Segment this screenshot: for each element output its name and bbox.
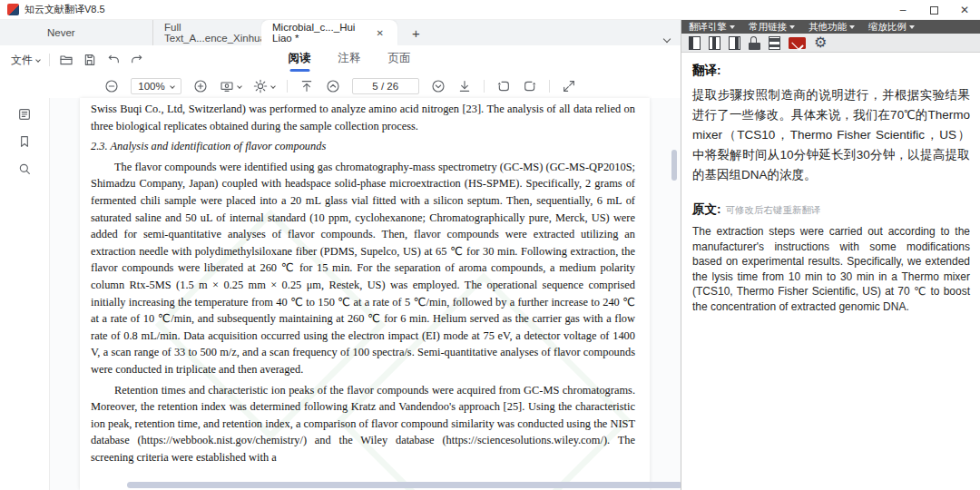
tab-page[interactable]: 页面 bbox=[388, 51, 411, 70]
page-total: 26 bbox=[387, 81, 398, 92]
redo-icon[interactable] bbox=[130, 53, 144, 67]
zoom-level-value: 100% bbox=[138, 81, 164, 92]
chevron-down-icon bbox=[270, 83, 276, 89]
maximize-button[interactable] bbox=[918, 0, 949, 20]
divider bbox=[549, 80, 550, 93]
next-page-icon[interactable] bbox=[431, 79, 446, 93]
new-tab-button[interactable]: + bbox=[407, 25, 426, 41]
tab-never[interactable]: Never bbox=[36, 20, 152, 45]
bookmark-icon[interactable] bbox=[17, 134, 32, 149]
caret-down-icon bbox=[730, 25, 735, 29]
zoom-level-select[interactable]: 100% bbox=[131, 78, 181, 94]
chevron-down-icon bbox=[170, 83, 175, 89]
paragraph[interactable]: Retention times and characteristic ion p… bbox=[91, 382, 635, 466]
divider bbox=[49, 54, 50, 66]
previous-page-icon[interactable] bbox=[326, 79, 340, 93]
zoom-out-icon[interactable] bbox=[104, 79, 119, 93]
panel-menubar: 翻译引擎 常用链接 其他功能 缩放比例 bbox=[681, 20, 980, 34]
divider bbox=[287, 80, 288, 93]
layout-middle-icon[interactable] bbox=[709, 36, 720, 50]
tab-strip: Never Full Text_A...ence_Xinhua Microbia… bbox=[0, 20, 681, 45]
layout-right-icon[interactable] bbox=[729, 36, 740, 50]
open-folder-icon[interactable] bbox=[59, 53, 74, 67]
document-text: Swiss Buqi Co., Ltd, Switzerland) was pe… bbox=[80, 98, 650, 466]
save-icon[interactable] bbox=[83, 53, 97, 67]
maximize-icon bbox=[930, 6, 938, 15]
tab-list-dropdown[interactable] bbox=[664, 29, 671, 36]
original-hint: 可修改后右键重新翻译 bbox=[726, 204, 821, 217]
chevron-down-icon bbox=[237, 83, 242, 89]
pdf-page[interactable]: Swiss Buqi Co., Ltd, Switzerland) was pe… bbox=[80, 98, 650, 490]
caret-down-icon bbox=[849, 25, 855, 29]
minimize-button[interactable]: – bbox=[887, 0, 918, 20]
tab-label: Never bbox=[47, 27, 75, 38]
file-menu-label: 文件 bbox=[11, 53, 33, 68]
window-controls: – ✕ bbox=[887, 0, 980, 20]
thumbnails-icon[interactable] bbox=[17, 107, 32, 122]
menu-label: 其他功能 bbox=[808, 20, 847, 34]
chevron-down-icon bbox=[35, 57, 41, 63]
vertical-scrollbar[interactable] bbox=[671, 150, 677, 181]
tab-label: Full Text_A...ence_Xinhua bbox=[164, 22, 266, 44]
panel-iconbar: ⚙ bbox=[681, 34, 980, 53]
page-separator: / bbox=[381, 81, 384, 92]
main-toolbar: 文件 阅读 注释 页面 bbox=[0, 45, 681, 74]
sidebar bbox=[0, 98, 50, 490]
unlock-icon[interactable] bbox=[749, 36, 760, 50]
view-mode-tabs: 阅读 注释 页面 bbox=[289, 51, 411, 70]
page-number-input[interactable]: 5 / 26 bbox=[352, 78, 419, 94]
display-mode-menu[interactable] bbox=[220, 79, 241, 93]
menu-label: 缩放比例 bbox=[868, 20, 906, 34]
original-label: 原文: bbox=[692, 201, 721, 218]
section-heading[interactable]: 2.3. Analysis and identification of flav… bbox=[91, 138, 635, 155]
page-current: 5 bbox=[372, 81, 377, 92]
caret-down-icon bbox=[789, 25, 795, 29]
chevron-down-icon bbox=[663, 35, 671, 43]
download-icon[interactable] bbox=[457, 79, 472, 93]
go-to-top-icon[interactable] bbox=[299, 79, 314, 93]
rotate-left-icon[interactable] bbox=[496, 79, 511, 93]
paragraph[interactable]: The flavor compounds were identified usi… bbox=[91, 159, 635, 378]
tab-annotate[interactable]: 注释 bbox=[338, 51, 361, 70]
rotate-right-icon[interactable] bbox=[523, 79, 537, 93]
menu-label: 翻译引擎 bbox=[689, 20, 727, 34]
menu-other-functions[interactable]: 其他功能 bbox=[808, 20, 855, 34]
tab-read[interactable]: 阅读 bbox=[289, 51, 311, 70]
pdf-toolbar: 100% 5 / 26 bbox=[0, 74, 681, 98]
horizontal-scrollbar[interactable] bbox=[127, 482, 682, 488]
brightness-icon bbox=[253, 79, 268, 93]
close-button[interactable]: ✕ bbox=[949, 0, 980, 20]
tab-label: Microbial_c..._Hui Liao * bbox=[272, 22, 374, 44]
undo-icon[interactable] bbox=[106, 53, 121, 67]
window-title: 知云文献翻译V8.5 bbox=[24, 3, 105, 16]
caret-down-icon bbox=[909, 25, 915, 29]
title-bar: 知云文献翻译V8.5 – ✕ bbox=[0, 0, 980, 20]
zoom-in-icon[interactable] bbox=[193, 79, 208, 93]
mail-icon[interactable] bbox=[789, 37, 806, 49]
brightness-menu[interactable] bbox=[253, 79, 275, 93]
translation-label: 翻译: bbox=[692, 63, 970, 79]
expand-icon[interactable] bbox=[562, 79, 576, 93]
panel-body: 翻译: 提取步骤按照制造商的说明进行，并根据实验结果进行了一些修改。具体来说，我… bbox=[681, 53, 980, 490]
tab-fulltext[interactable]: Full Text_A...ence_Xinhua bbox=[152, 20, 261, 45]
menu-translation-engine[interactable]: 翻译引擎 bbox=[689, 20, 735, 34]
divider bbox=[484, 80, 485, 93]
app-logo-icon bbox=[7, 4, 19, 15]
paragraph[interactable]: Swiss Buqi Co., Ltd, Switzerland) was pe… bbox=[91, 101, 635, 134]
layout-left-icon[interactable] bbox=[689, 36, 701, 50]
gear-icon[interactable]: ⚙ bbox=[814, 35, 827, 50]
projector-icon bbox=[220, 79, 234, 93]
tab-microbial-active[interactable]: Microbial_c..._Hui Liao * ✕ bbox=[261, 20, 397, 45]
translation-text: 提取步骤按照制造商的说明进行，并根据实验结果进行了一些修改。具体来说，我们在70… bbox=[692, 85, 970, 185]
pdf-workspace: Swiss Buqi Co., Ltd, Switzerland) was pe… bbox=[0, 98, 681, 490]
menu-label: 常用链接 bbox=[749, 20, 787, 34]
menu-common-links[interactable]: 常用链接 bbox=[749, 20, 795, 34]
menu-zoom-ratio[interactable]: 缩放比例 bbox=[868, 20, 915, 34]
file-menu[interactable]: 文件 bbox=[11, 53, 40, 68]
page-split-icon[interactable] bbox=[769, 36, 780, 50]
translation-panel: 翻译引擎 常用链接 其他功能 缩放比例 ⚙ 翻译: 提取步骤按照制造商的说明进行… bbox=[681, 0, 980, 490]
original-text[interactable]: The extraction steps were carried out ac… bbox=[692, 224, 970, 314]
tab-close-icon[interactable]: ✕ bbox=[374, 27, 387, 39]
search-icon[interactable] bbox=[17, 162, 32, 176]
pdf-viewport: Swiss Buqi Co., Ltd, Switzerland) was pe… bbox=[50, 98, 681, 490]
